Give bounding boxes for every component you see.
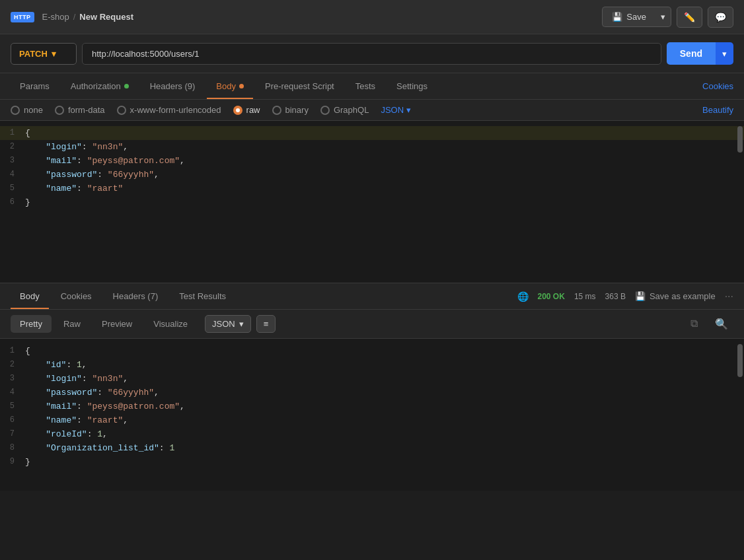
response-status: 200 OK (538, 292, 565, 301)
url-bar: PATCH ▾ Send ▾ (0, 34, 744, 73)
comment-icon-button[interactable]: 💬 (708, 7, 733, 28)
cookies-link[interactable]: Cookies (702, 81, 733, 91)
fmt-tab-raw[interactable]: Raw (54, 315, 90, 333)
fmt-tab-visualize[interactable]: Visualize (144, 315, 197, 333)
tab-body[interactable]: Body (207, 73, 253, 99)
option-urlencoded[interactable]: x-www-form-urlencoded (117, 105, 221, 115)
radio-form-data (55, 106, 64, 115)
option-binary[interactable]: binary (272, 105, 309, 115)
response-tabs-bar: Body Cookies Headers (7) Test Results 🌐 … (0, 283, 744, 310)
option-binary-label: binary (285, 105, 309, 115)
breadcrumb-current: New Request (79, 12, 133, 22)
tab-headers-label: Headers (9) (150, 81, 196, 91)
resp-format-chevron-icon: ▾ (239, 319, 244, 329)
response-size: 363 B (605, 292, 626, 301)
body-format-dropdown[interactable]: JSON ▾ (381, 105, 411, 115)
beautify-button[interactable]: Beautify (702, 105, 733, 115)
method-select[interactable]: PATCH ▾ (11, 43, 77, 65)
top-bar-actions: 💾 Save ▾ ✏️ 💬 (602, 7, 733, 28)
edit-icon-button[interactable]: ✏️ (677, 7, 702, 28)
tab-headers[interactable]: Headers (9) (141, 73, 205, 99)
app-icon: HTTP (11, 12, 34, 22)
resp-tab-body[interactable]: Body (11, 283, 49, 309)
req-line-3: 3 "mail": "peyss@patron.com", (0, 154, 744, 168)
request-code-lines: 1 { 2 "login": "nn3n", 3 "mail": "peyss@… (0, 121, 744, 215)
resp-scrollbar[interactable] (737, 344, 743, 377)
breadcrumb-separator: / (73, 12, 76, 22)
tab-params-label: Params (20, 81, 50, 91)
resp-filter-button[interactable]: ≡ (256, 315, 276, 333)
copy-button[interactable]: ⧉ (685, 315, 703, 333)
save-dropdown-button[interactable]: ▾ (655, 7, 671, 27)
resp-line-3: 3 "login": "nn3n", (0, 372, 744, 386)
tab-authorization[interactable]: Authorization (61, 73, 138, 99)
body-format-label: JSON (381, 105, 404, 115)
req-line-4: 4 "password": "66yyyhh", (0, 168, 744, 182)
body-format-chevron-icon: ▾ (406, 105, 411, 115)
resp-tab-body-label: Body (20, 291, 40, 301)
response-body-editor: 1 { 2 "id": 1, 3 "login": "nn3n", 4 "pas… (0, 339, 744, 491)
body-dot (239, 84, 244, 88)
req-line-5: 5 "name": "raart" (0, 182, 744, 195)
resp-code-lines: 1 { 2 "id": 1, 3 "login": "nn3n", 4 "pas… (0, 339, 744, 474)
tab-body-label: Body (216, 81, 236, 91)
fmt-pretty-label: Pretty (20, 319, 42, 329)
filter-icon: ≡ (264, 319, 269, 329)
option-raw[interactable]: raw (233, 105, 260, 115)
send-dropdown-button[interactable]: ▾ (716, 42, 733, 65)
option-raw-label: raw (246, 105, 260, 115)
tab-settings-label: Settings (396, 81, 428, 91)
request-body-editor[interactable]: 1 { 2 "login": "nn3n", 3 "mail": "peyss@… (0, 121, 744, 283)
method-label: PATCH (19, 49, 48, 59)
option-none-label: none (24, 105, 43, 115)
send-button[interactable]: Send (667, 42, 716, 65)
resp-tab-headers-label: Headers (7) (113, 291, 159, 301)
tab-pre-request[interactable]: Pre-request Script (256, 73, 344, 99)
option-graphql[interactable]: GraphQL (320, 105, 369, 115)
breadcrumb-parent[interactable]: E-shop (42, 12, 69, 22)
req-line-2: 2 "login": "nn3n", (0, 140, 744, 154)
resp-line-4: 4 "password": "66yyyhh", (0, 386, 744, 400)
resp-line-5: 5 "mail": "peyss@patron.com", (0, 400, 744, 413)
resp-line-9: 9 } (0, 455, 744, 469)
save-group: 💾 Save ▾ (602, 7, 671, 27)
save-label: Save (626, 12, 646, 22)
response-more-button[interactable]: ··· (725, 291, 733, 302)
resp-tab-test-results-label: Test Results (179, 291, 226, 301)
radio-graphql (320, 106, 330, 115)
fmt-tab-preview[interactable]: Preview (93, 315, 141, 333)
save-example-label: Save as example (650, 291, 716, 301)
option-form-data[interactable]: form-data (55, 105, 105, 115)
response-panel: Body Cookies Headers (7) Test Results 🌐 … (0, 283, 744, 491)
tab-pre-request-label: Pre-request Script (265, 81, 334, 91)
breadcrumb: E-shop / New Request (42, 12, 133, 22)
tab-settings[interactable]: Settings (387, 73, 437, 99)
option-none[interactable]: none (11, 105, 43, 115)
resp-line-7: 7 "roleId": 1, (0, 427, 744, 441)
req-scrollbar[interactable] (737, 126, 743, 153)
tab-params[interactable]: Params (11, 73, 59, 99)
resp-tab-headers[interactable]: Headers (7) (104, 283, 168, 309)
fmt-raw-label: Raw (63, 319, 81, 329)
save-example-icon: 💾 (635, 291, 646, 301)
option-urlencoded-label: x-www-form-urlencoded (130, 105, 221, 115)
resp-line-2: 2 "id": 1, (0, 358, 744, 372)
save-example-button[interactable]: 💾 Save as example (635, 291, 716, 301)
fmt-visualize-label: Visualize (153, 319, 188, 329)
resp-tab-test-results[interactable]: Test Results (170, 283, 235, 309)
tab-tests[interactable]: Tests (346, 73, 385, 99)
resp-format-dropdown[interactable]: JSON ▾ (205, 315, 251, 333)
tab-authorization-label: Authorization (71, 81, 121, 91)
globe-icon: 🌐 (517, 291, 529, 302)
fmt-tab-pretty[interactable]: Pretty (11, 315, 52, 333)
radio-raw (233, 106, 242, 115)
resp-tab-cookies[interactable]: Cookies (52, 283, 101, 309)
url-input[interactable] (82, 43, 661, 65)
save-icon: 💾 (612, 12, 622, 22)
radio-binary (272, 106, 281, 115)
search-button[interactable]: 🔍 (710, 315, 733, 333)
response-format-bar: Pretty Raw Preview Visualize JSON ▾ ≡ ⧉ … (0, 310, 744, 339)
save-button[interactable]: 💾 Save (602, 7, 655, 27)
request-tabs-bar: Params Authorization Headers (9) Body Pr… (0, 73, 744, 100)
option-form-data-label: form-data (68, 105, 105, 115)
